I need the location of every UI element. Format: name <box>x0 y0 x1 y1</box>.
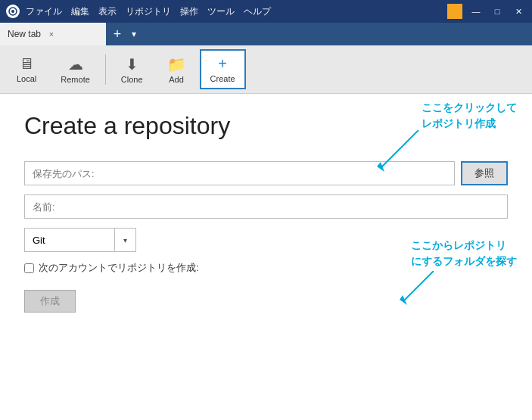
close-button[interactable]: ✕ <box>511 4 526 19</box>
clone-icon: ⬇ <box>126 55 138 73</box>
callout-create-text: ここをクリックしてレポジトリ作成 <box>422 100 517 132</box>
menu-file[interactable]: ファイル <box>26 5 62 18</box>
menu-bar: ファイル 編集 表示 リポジトリ 操作 ツール ヘルプ <box>26 5 447 18</box>
svg-line-3 <box>381 130 418 168</box>
submit-create-button[interactable]: 作成 <box>24 290 76 313</box>
app-window: ファイル 編集 表示 リポジトリ 操作 ツール ヘルプ — □ ✕ New ta… <box>0 0 532 420</box>
svg-point-1 <box>11 10 14 13</box>
main-content: Create a repository 参照 Git ▾ 次のアカウントでリポジ… <box>0 94 532 420</box>
select-arrow-icon: ▾ <box>115 228 136 252</box>
clone-button[interactable]: ⬇ Clone <box>110 49 154 90</box>
name-group <box>24 194 508 219</box>
add-label: Add <box>169 75 184 84</box>
menu-tools[interactable]: ツール <box>207 5 235 18</box>
maximize-button[interactable]: □ <box>490 4 505 19</box>
svg-rect-2 <box>450 7 459 16</box>
menu-help[interactable]: ヘルプ <box>244 5 271 18</box>
menu-edit[interactable]: 編集 <box>71 5 89 18</box>
menu-operation[interactable]: 操作 <box>180 5 198 18</box>
clone-label: Clone <box>121 75 143 84</box>
svg-line-5 <box>403 271 434 301</box>
path-row: 参照 <box>24 161 508 185</box>
menu-repo[interactable]: リポジトリ <box>126 5 171 18</box>
add-icon: 📁 <box>167 55 186 73</box>
local-button[interactable]: 🖥 Local <box>6 49 47 89</box>
toolbar-separator-1 <box>105 54 106 85</box>
local-label: Local <box>17 74 36 83</box>
add-button[interactable]: 📁 Add <box>157 49 197 90</box>
repo-type-select[interactable]: Git <box>24 228 115 252</box>
minimize-button[interactable]: — <box>468 4 484 19</box>
callout-browse-text: ここからレポジトリにするフォルダを探す <box>411 238 517 269</box>
tab-label: New tab <box>8 29 41 39</box>
remote-icon: ☁ <box>68 55 83 73</box>
remote-label: Remote <box>61 75 90 84</box>
create-label: Create <box>210 74 235 83</box>
tab-arrow-button[interactable]: ▾ <box>129 23 139 45</box>
flag-icon <box>447 4 462 19</box>
callout-create-arrow <box>358 130 434 176</box>
toolbar: 🖥 Local ☁ Remote ⬇ Clone 📁 Add + Create <box>0 45 532 94</box>
app-logo <box>6 5 20 18</box>
menu-view[interactable]: 表示 <box>98 5 117 18</box>
account-checkbox-label: 次のアカウントでリポジトリを作成: <box>39 261 199 275</box>
add-tab-button[interactable]: + <box>106 23 129 45</box>
title-bar: ファイル 編集 表示 リポジトリ 操作 ツール ヘルプ — □ ✕ <box>0 0 532 23</box>
callout-create: ここをクリックしてレポジトリ作成 <box>422 100 517 132</box>
remote-button[interactable]: ☁ Remote <box>50 49 101 90</box>
window-controls: — □ ✕ <box>447 4 526 19</box>
svg-marker-4 <box>377 162 384 172</box>
callout-browse: ここからレポジトリにするフォルダを探す <box>411 238 517 269</box>
callout-browse-arrow <box>388 271 449 309</box>
tab-bar: New tab × + ▾ <box>0 23 532 45</box>
name-input[interactable] <box>24 194 508 219</box>
tab-close-button[interactable]: × <box>45 28 58 40</box>
svg-marker-6 <box>400 295 407 305</box>
new-tab[interactable]: New tab × <box>0 23 106 45</box>
browse-button[interactable]: 参照 <box>461 161 508 185</box>
local-icon: 🖥 <box>19 55 34 73</box>
account-checkbox[interactable] <box>24 263 34 273</box>
create-button[interactable]: + Create <box>200 49 246 89</box>
create-icon: + <box>218 55 227 73</box>
